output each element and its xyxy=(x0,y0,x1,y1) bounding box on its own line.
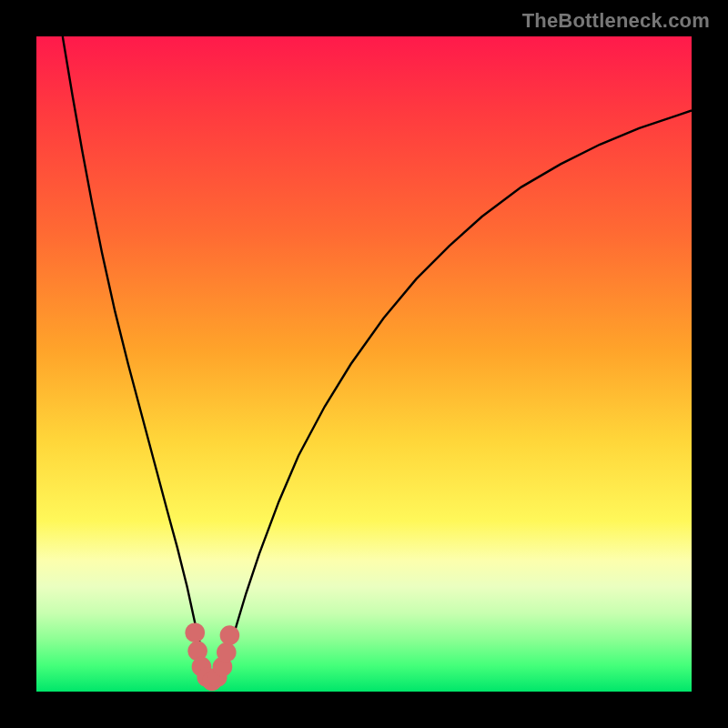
chart-frame: TheBottleneck.com xyxy=(0,0,728,728)
trough-dot xyxy=(217,642,237,662)
trough-dot xyxy=(185,622,205,642)
gradient-background xyxy=(36,36,692,692)
watermark-text: TheBottleneck.com xyxy=(522,9,710,33)
trough-dot xyxy=(220,625,240,645)
plot-area xyxy=(36,36,692,692)
chart-svg xyxy=(36,36,692,692)
